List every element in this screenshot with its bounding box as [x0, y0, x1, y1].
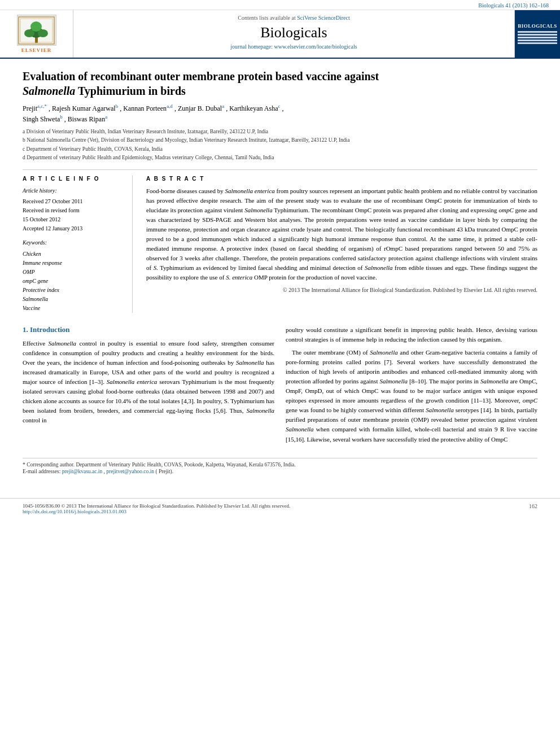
badge-line-1 — [518, 31, 557, 33]
article-history: Article history: Received 27 October 201… — [23, 186, 125, 233]
authors: Prejita,c,* , Rajesh Kumar Agarwalb , Ka… — [23, 103, 537, 124]
body-section: 1. Introduction Effective Salmonella con… — [23, 325, 537, 448]
badge-line-3 — [518, 37, 557, 38]
badge-line-4 — [518, 40, 557, 41]
email-link-2[interactable]: prejitvet@yahoo.co.in — [106, 469, 154, 474]
issn-line: 1045-1056/836.00 © 2013 The Internationa… — [23, 503, 518, 509]
article-info-col: A R T I C L E I N F O Article history: R… — [23, 176, 133, 313]
intro-text-right: poultry would constitute a significant b… — [286, 325, 537, 444]
email-footnote: E-mail addresses: prejit@kvasu.ac.in , p… — [23, 469, 537, 474]
intro-title: 1. Introduction — [23, 325, 274, 334]
email-link-1[interactable]: prejit@kvasu.ac.in — [62, 469, 103, 474]
article-title: Evaluation of recombinant outer membrane… — [23, 69, 537, 98]
journal-ref: Biologicals 41 (2013) 162–168 — [478, 2, 549, 8]
bottom-bar: 1045-1056/836.00 © 2013 The Internationa… — [0, 498, 560, 519]
affiliations: a Division of Veterinary Public Health, … — [23, 128, 537, 161]
badge-line-2 — [518, 34, 557, 36]
elsevier-logo-area: ELSEVIER — [0, 10, 73, 58]
info-abstract-columns: A R T I C L E I N F O Article history: R… — [23, 176, 537, 313]
body-columns: 1. Introduction Effective Salmonella con… — [23, 325, 537, 448]
abstract-heading: A B S T R A C T — [146, 176, 537, 182]
section-divider — [23, 169, 537, 170]
article-info-heading: A R T I C L E I N F O — [23, 176, 125, 182]
badge-title: BIOLOGICALS — [518, 23, 557, 29]
homepage-link[interactable]: journal homepage: www.elsevier.com/locat… — [230, 43, 357, 50]
svg-point-5 — [30, 21, 42, 32]
badge-line-5 — [518, 42, 557, 44]
keywords-section: Keywords: Chicken Immune response OMP om… — [23, 238, 125, 313]
main-content: Evaluation of recombinant outer membrane… — [0, 59, 560, 487]
journal-badge: BIOLOGICALS — [515, 10, 560, 58]
abstract-col: A B S T R A C T Food-borne diseases caus… — [146, 176, 537, 313]
intro-text-left: Effective Salmonella control in poultry … — [23, 339, 274, 425]
footnotes: * Corresponding author. Department of Ve… — [23, 458, 537, 474]
journal-header: ELSEVIER Contents lists available at Sci… — [0, 10, 560, 59]
elsevier-label: ELSEVIER — [21, 47, 52, 53]
page-number: 162 — [529, 503, 537, 509]
sciverse-link[interactable]: SciVerse ScienceDirect — [297, 15, 350, 21]
bottom-left: 1045-1056/836.00 © 2013 The Internationa… — [23, 503, 518, 514]
elsevier-tree-image — [17, 15, 56, 46]
page: Biologicals 41 (2013) 162–168 — [0, 0, 560, 747]
body-right-col: poultry would constitute a significant b… — [286, 325, 537, 448]
journal-center: Contents lists available at SciVerse Sci… — [73, 10, 515, 58]
copyright-line: © 2013 The International Alliance for Bi… — [146, 287, 537, 293]
body-left-col: 1. Introduction Effective Salmonella con… — [23, 325, 274, 448]
contents-line: Contents lists available at SciVerse Sci… — [79, 15, 509, 21]
abstract-text: Food-borne diseases caused by Salmonella… — [146, 186, 537, 282]
journal-ref-bar: Biologicals 41 (2013) 162–168 — [0, 0, 560, 10]
journal-title: Biologicals — [79, 24, 509, 41]
doi-link[interactable]: http://dx.doi.org/10.1016/j.biologicals.… — [23, 509, 126, 514]
journal-homepage: journal homepage: www.elsevier.com/locat… — [79, 43, 509, 50]
